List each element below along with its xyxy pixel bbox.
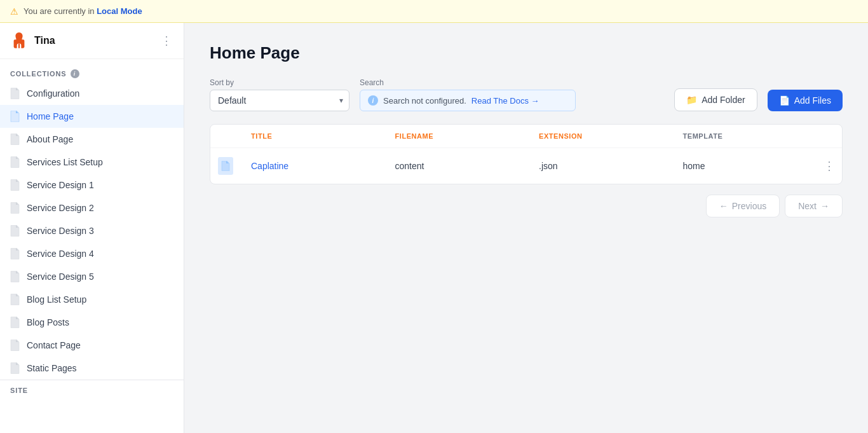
sidebar-label: Blog Posts bbox=[27, 317, 69, 327]
file-table: TITLE FILENAME EXTENSION TEMPLATE Caplat… bbox=[210, 124, 843, 184]
sidebar-item-blog-posts[interactable]: Blog Posts bbox=[0, 311, 184, 334]
sidebar-item-service-design-4[interactable]: Service Design 4 bbox=[0, 242, 184, 265]
row-file-icon-cell bbox=[210, 148, 241, 184]
sort-label: Sort by bbox=[210, 78, 349, 87]
local-mode-banner: ⚠ You are currently in Local Mode bbox=[0, 0, 868, 23]
file-icon bbox=[10, 340, 20, 351]
sidebar-item-home-page[interactable]: Home Page bbox=[0, 105, 184, 128]
app-logo[interactable]: Tina bbox=[10, 32, 55, 50]
search-group: Search i Search not configured. Read The… bbox=[360, 78, 576, 111]
sidebar-label: Static Pages bbox=[27, 363, 77, 373]
sidebar-label: Service Design 4 bbox=[27, 249, 94, 259]
file-icon bbox=[10, 271, 20, 282]
sort-group: Sort by Default ▾ bbox=[210, 78, 349, 111]
sidebar-item-configuration[interactable]: Configuration bbox=[0, 82, 184, 105]
sidebar-label: About Page bbox=[27, 134, 73, 144]
file-icon bbox=[10, 362, 20, 374]
sidebar-item-static-pages[interactable]: Static Pages bbox=[0, 357, 184, 380]
file-icon bbox=[10, 134, 20, 145]
llama-icon bbox=[10, 32, 28, 50]
file-icon bbox=[10, 317, 20, 328]
table-header-row: TITLE FILENAME EXTENSION TEMPLATE bbox=[210, 125, 842, 148]
file-icon bbox=[10, 225, 20, 237]
sidebar-label: Blog List Setup bbox=[27, 294, 86, 305]
main-content: Home Page Sort by Default ▾ Search i Sea… bbox=[184, 23, 868, 433]
row-more-menu[interactable]: ⋮ bbox=[817, 150, 842, 182]
sidebar-item-contact-page[interactable]: Contact Page bbox=[0, 334, 184, 357]
sidebar-label: Home Page bbox=[27, 111, 74, 121]
col-actions bbox=[817, 128, 842, 144]
file-icon bbox=[10, 179, 20, 191]
sidebar-menu-icon[interactable]: ⋮ bbox=[161, 34, 173, 48]
sidebar-label: Service Design 1 bbox=[27, 180, 94, 190]
sidebar: Tina ⋮ COLLECTIONS i Configuration bbox=[0, 23, 184, 433]
sidebar-item-service-design-2[interactable]: Service Design 2 bbox=[0, 196, 184, 219]
file-icon bbox=[10, 156, 20, 168]
folder-icon: 📁 bbox=[686, 95, 697, 105]
sidebar-scroll: COLLECTIONS i Configuration bbox=[0, 59, 184, 433]
app-name: Tina bbox=[34, 35, 55, 46]
sidebar-item-service-design-5[interactable]: Service Design 5 bbox=[0, 265, 184, 288]
file-icon-active bbox=[10, 111, 20, 122]
row-title[interactable]: Caplatine bbox=[241, 152, 385, 180]
file-icon bbox=[10, 248, 20, 259]
pagination: ← Previous Next → bbox=[210, 195, 843, 217]
banner-message: You are currently in Local Mode bbox=[24, 6, 142, 16]
sidebar-label: Service Design 5 bbox=[27, 271, 94, 282]
sort-select[interactable]: Default bbox=[210, 90, 349, 111]
file-icon bbox=[10, 294, 20, 305]
sidebar-label: Contact Page bbox=[27, 340, 81, 350]
col-title: TITLE bbox=[241, 125, 385, 148]
col-filename: FILENAME bbox=[385, 125, 529, 148]
read-docs-link[interactable]: Read The Docs → bbox=[471, 96, 539, 106]
file-icon bbox=[10, 88, 20, 99]
col-template: TEMPLATE bbox=[673, 125, 817, 148]
collections-section-label: COLLECTIONS i bbox=[0, 59, 184, 82]
next-button[interactable]: Next → bbox=[785, 195, 843, 217]
table-row[interactable]: Caplatine content .json home ⋮ bbox=[210, 148, 842, 184]
site-section-label: SITE bbox=[10, 387, 173, 397]
page-title: Home Page bbox=[210, 43, 843, 63]
sidebar-item-service-design-1[interactable]: Service Design 1 bbox=[0, 174, 184, 196]
row-extension: .json bbox=[529, 152, 673, 180]
toolbar: Sort by Default ▾ Search i Search not co… bbox=[210, 78, 843, 111]
arrow-left-icon: ← bbox=[719, 201, 728, 211]
document-icon: 📄 bbox=[779, 95, 790, 106]
site-section: SITE bbox=[0, 380, 184, 401]
file-doc-icon bbox=[218, 157, 233, 175]
search-not-configured-text: Search not configured. bbox=[383, 96, 466, 106]
sidebar-label: Configuration bbox=[27, 88, 79, 99]
sidebar-header: Tina ⋮ bbox=[0, 23, 184, 59]
add-folder-button[interactable]: 📁 Add Folder bbox=[674, 88, 757, 111]
col-icon bbox=[210, 128, 241, 144]
sort-select-wrapper: Default ▾ bbox=[210, 90, 349, 111]
collections-info-icon[interactable]: i bbox=[71, 69, 79, 78]
row-template: home bbox=[673, 152, 817, 180]
row-filename: content bbox=[385, 152, 529, 180]
arrow-right-icon: → bbox=[820, 201, 829, 211]
previous-button[interactable]: ← Previous bbox=[706, 195, 780, 217]
search-label: Search bbox=[360, 78, 576, 87]
sidebar-item-services-list-setup[interactable]: Services List Setup bbox=[0, 151, 184, 174]
sidebar-item-about-page[interactable]: About Page bbox=[0, 128, 184, 151]
file-icon bbox=[10, 202, 20, 214]
sidebar-label: Service Design 3 bbox=[27, 226, 94, 236]
local-mode-text: Local Mode bbox=[97, 6, 142, 16]
add-files-button[interactable]: 📄 Add Files bbox=[768, 90, 843, 111]
sidebar-item-blog-list-setup[interactable]: Blog List Setup bbox=[0, 288, 184, 311]
sidebar-label: Services List Setup bbox=[27, 157, 103, 167]
col-extension: EXTENSION bbox=[529, 125, 673, 148]
warning-icon: ⚠ bbox=[10, 6, 18, 17]
search-box: i Search not configured. Read The Docs → bbox=[360, 90, 576, 111]
sidebar-item-service-design-3[interactable]: Service Design 3 bbox=[0, 219, 184, 242]
sidebar-label: Service Design 2 bbox=[27, 203, 94, 213]
search-info-icon: i bbox=[368, 95, 378, 106]
